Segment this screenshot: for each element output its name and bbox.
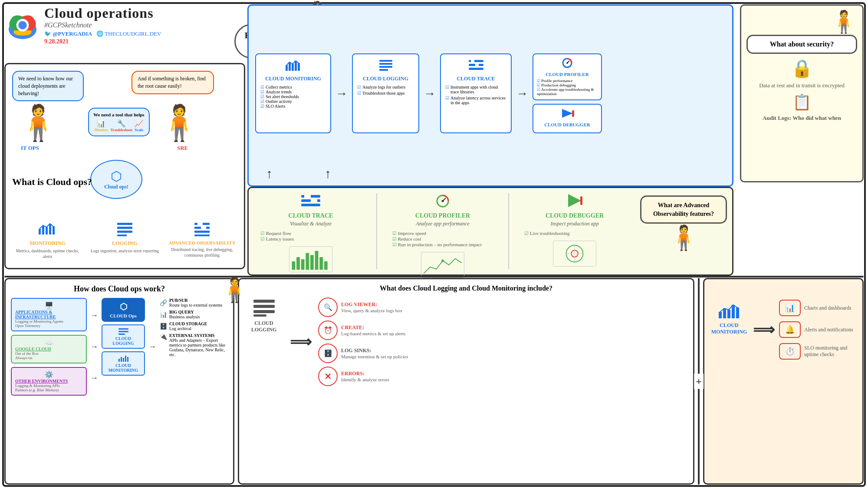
cloudmonitoring-box: CLOUD MONITORING — [102, 351, 145, 376]
svg-rect-37 — [197, 223, 203, 225]
header-text-block: Cloud operations #GCPSketchnote 🐦 @PVERG… — [44, 5, 161, 45]
svg-rect-63 — [118, 331, 128, 332]
svg-rect-35 — [194, 231, 210, 233]
svg-rect-69 — [127, 357, 128, 362]
svg-rect-51 — [324, 261, 328, 270]
ct-icon — [445, 59, 506, 73]
svg-rect-71 — [253, 305, 275, 308]
audit-logs-icon: 📋 — [746, 93, 857, 111]
output-cloudstorage: 🗄️ CLOUD STORAGELog archival — [160, 321, 228, 331]
adv-obs-panel: CLOUD TRACE Visualize & Analyze ☑ Reques… — [247, 187, 733, 276]
cloud-logging-card: CLOUD LOGGING ☑ Analyze logs for outlier… — [352, 53, 419, 133]
svg-rect-48 — [310, 255, 314, 270]
svg-rect-10 — [379, 60, 392, 62]
logging-features-list: 🔍 LOG VIEWER: View, query & analyze logs… — [318, 297, 688, 386]
cloudops-bubble: ⬡ Cloud ops! — [90, 160, 142, 199]
itops-label: IT OPS — [21, 145, 39, 152]
logsinks-row: 🗄️ LOG SINKS: Manage retention & set up … — [318, 344, 688, 363]
h-divider-main — [4, 276, 864, 278]
svg-rect-23 — [572, 110, 574, 117]
adv-trace-f1: ☑ Request flow — [254, 231, 368, 236]
svg-rect-38 — [201, 227, 206, 229]
charts-label: Charts and dashboards — [804, 305, 852, 311]
outputs-col: 🔗 PUB/SUBRoute logs to external systems … — [160, 298, 228, 396]
how-works-stick: 🧍 — [213, 278, 256, 302]
arrow-3: → — [516, 53, 528, 133]
cm-f2: ☑ Analyze trends — [260, 89, 326, 94]
slo-label: SLO monitoring and uptime checks — [804, 345, 857, 358]
log-viewer-row: 🔍 LOG VIEWER: View, query & analyze logs… — [318, 297, 688, 317]
adv-debugger-f1: ☑ Live troubleshooting — [518, 231, 631, 236]
svg-rect-62 — [118, 328, 128, 330]
up-arrows: ↑ ↑ — [266, 166, 331, 181]
monitoring-desc: Metrics, dashboards, uptime checks, aler… — [12, 248, 83, 259]
cd-title: CLOUD DEBUGGER — [537, 122, 598, 127]
source-other-icon: ⚙️ — [15, 370, 82, 379]
svg-marker-22 — [562, 109, 573, 118]
source-apps: 🖥️ APPLICATIONS & INFRASTRUCTURE Logging… — [11, 298, 87, 331]
errors-icon: ✕ — [318, 367, 338, 386]
svg-rect-7 — [292, 64, 294, 71]
create-icon: ⏰ — [318, 320, 338, 340]
adv-debugger-title: CLOUD DEBUGGER — [518, 212, 631, 219]
cloud-monitoring-card: CLOUD MONITORING ☑ Collect metrics ☑ Ana… — [255, 53, 331, 133]
cl-title: CLOUD LOGGING — [357, 76, 414, 82]
svg-rect-24 — [39, 229, 41, 235]
cl-f1: ☑ Analyze logs for outliers — [357, 85, 414, 89]
cloud-logging-section: CLOUDLOGGING — [244, 297, 283, 333]
adv-profiler-icon — [386, 193, 500, 210]
svg-point-4 — [18, 21, 26, 29]
bottom-section: How does Cloud ops work? 🧍 🖥️ APPLICATIO… — [4, 278, 864, 485]
logsinks-icon: 🗄️ — [318, 344, 338, 363]
adv-profiler-title: CLOUD PROFILER — [386, 212, 500, 219]
how-works-question: How does Cloud ops work? — [11, 284, 228, 294]
cm-icon — [260, 59, 326, 73]
sre-speech: And if something is broken, find the roo… — [132, 71, 214, 94]
cm-f1: ☑ Collect metrics — [260, 85, 326, 89]
svg-rect-44 — [292, 261, 296, 270]
security-figure: 🧍 — [746, 11, 857, 33]
source-gcloud: ☁️ GOOGLE CLOUD Out of the BoxAlways-on — [11, 335, 87, 363]
alerts-row: 🔔 Alerts and notifications — [779, 321, 857, 338]
svg-rect-68 — [125, 356, 126, 362]
what-is-title: What is Cloud ops? — [12, 176, 92, 188]
monitoring-icon — [12, 221, 83, 238]
adv-trace-title: CLOUD TRACE — [254, 212, 368, 219]
arrow-2: → — [424, 53, 436, 133]
security-bubble: What about security? — [746, 35, 857, 54]
source-apps-title: APPLICATIONS & INFRASTRUCTURE — [15, 310, 82, 319]
svg-rect-9 — [298, 63, 300, 71]
cp-icon — [537, 58, 598, 70]
header-area: Cloud operations #GCPSketchnote 🐦 @PVERG… — [5, 5, 174, 45]
category-monitoring: MONITORING Metrics, dashboards, uptime c… — [12, 221, 83, 259]
output-external: 🔌 EXTERNAL SYSTEMSAPIs and Adapters – Ex… — [160, 333, 228, 357]
logsinks-title: LOG SINKS: — [341, 347, 408, 354]
svg-rect-12 — [379, 66, 392, 68]
svg-rect-36 — [194, 235, 210, 236]
svg-rect-13 — [379, 69, 388, 71]
source-apps-desc: Logging or Monitoring AgentsOpen Telemet… — [15, 319, 82, 328]
adv-trace-card: CLOUD TRACE Visualize & Analyze ☑ Reques… — [254, 193, 368, 269]
ct-title: CLOUD TRACE — [445, 76, 506, 82]
alerts-label: Alerts and notifications — [804, 327, 853, 333]
arrows-to-cloudops: → → → — [90, 298, 98, 396]
adv-debugger-subtitle: Inspect production app — [518, 221, 631, 227]
svg-point-21 — [566, 62, 568, 64]
svg-rect-78 — [736, 307, 739, 318]
slo-row: ⏱️ SLO monitoring and uptime checks — [779, 343, 857, 360]
svg-rect-76 — [727, 310, 730, 318]
svg-rect-70 — [253, 300, 275, 303]
cloud-debugger-top-card: CLOUD DEBUGGER — [533, 104, 602, 133]
security-panel: 🧍 What about security? 🔒 Data at rest an… — [740, 4, 864, 182]
how-works-figure-area: 🧍 — [213, 278, 256, 302]
svg-point-55 — [441, 259, 444, 262]
header-title: Cloud operations — [44, 5, 161, 21]
adv-profiler-subtitle: Analyze app performance — [386, 221, 500, 227]
charts-icon: 📊 — [779, 300, 801, 316]
svg-rect-42 — [304, 195, 311, 198]
vertical-divider: + — [698, 278, 700, 485]
svg-rect-29 — [117, 223, 132, 225]
errors-title: ERRORS: — [341, 370, 389, 377]
monitoring-title: MONITORING — [12, 240, 83, 247]
logging-icon — [89, 221, 160, 238]
